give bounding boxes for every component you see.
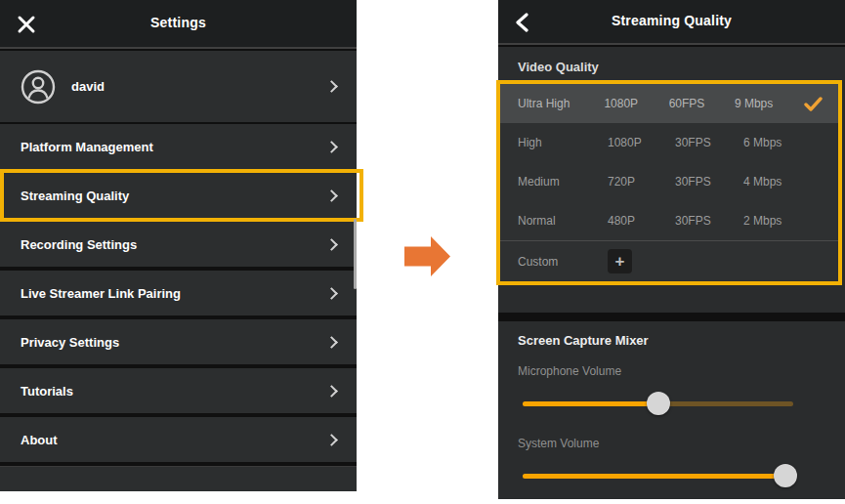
video-quality-table: Ultra High 1080P 60FPS 9 Mbps High 1080P…	[496, 80, 842, 285]
sidebar-item-privacy-settings[interactable]: Privacy Settings	[0, 319, 357, 364]
quality-name: High	[518, 136, 608, 149]
sidebar-item-about[interactable]: About	[0, 417, 357, 462]
list-item-empty	[0, 466, 357, 491]
menu-item-label: Tutorials	[21, 384, 73, 399]
chevron-right-icon	[325, 287, 338, 300]
quality-name: Ultra High	[518, 97, 604, 110]
screen-capture-mixer-section: Screen Capture Mixer Microphone Volume S…	[498, 321, 845, 499]
sidebar-item-recording-settings[interactable]: Recording Settings	[0, 222, 357, 267]
sidebar-item-tutorials[interactable]: Tutorials	[0, 368, 357, 413]
mixer-title: Screen Capture Mixer	[518, 333, 649, 348]
system-volume-slider-thumb[interactable]	[774, 464, 797, 487]
chevron-right-icon	[325, 238, 338, 251]
microphone-volume-slider-thumb[interactable]	[647, 392, 670, 415]
sidebar-item-platform-management[interactable]: Platform Management	[0, 124, 357, 169]
sidebar-item-streaming-quality[interactable]: Streaming Quality	[0, 173, 357, 218]
microphone-volume-slider[interactable]	[523, 401, 793, 406]
menu-item-label: Privacy Settings	[21, 335, 119, 350]
video-quality-label: Video Quality	[518, 60, 599, 74]
quality-row-medium[interactable]: Medium 720P 30FPS 4 Mbps	[500, 162, 838, 201]
quality-bitrate: 9 Mbps	[735, 97, 804, 110]
settings-header: Settings	[0, 0, 357, 49]
quality-fps: 30FPS	[675, 214, 743, 228]
streaming-quality-title: Streaming Quality	[498, 0, 845, 41]
quality-row-normal[interactable]: Normal 480P 30FPS 2 Mbps	[500, 201, 838, 240]
streaming-quality-header: Streaming Quality	[498, 0, 845, 45]
chevron-right-icon	[325, 336, 338, 349]
menu-item-label: Recording Settings	[21, 237, 137, 252]
profile-name: david	[71, 79, 105, 94]
settings-panel: Settings david Platform Management Strea…	[0, 0, 357, 491]
quality-resolution: 480P	[608, 214, 675, 228]
sidebar-item-live-streamer-link-pairing[interactable]: Live Streamer Link Pairing	[0, 271, 357, 315]
menu-item-label: Live Streamer Link Pairing	[21, 286, 181, 301]
quality-row-custom[interactable]: Custom +	[500, 240, 838, 281]
add-custom-quality-button[interactable]: +	[608, 249, 632, 273]
menu-item-label: Platform Management	[21, 140, 153, 154]
quality-name: Normal	[518, 214, 608, 228]
slider-fill	[523, 474, 785, 479]
chevron-right-icon	[325, 141, 338, 153]
streaming-quality-panel: Streaming Quality Video Quality Ultra Hi…	[498, 0, 845, 499]
quality-row-ultra-high[interactable]: Ultra High 1080P 60FPS 9 Mbps	[500, 84, 838, 123]
chevron-right-icon	[325, 189, 338, 202]
arrow-right-icon	[404, 236, 450, 276]
quality-fps: 30FPS	[675, 136, 743, 149]
slider-fill	[523, 401, 658, 406]
menu-item-label: About	[21, 433, 58, 447]
quality-name: Medium	[518, 175, 608, 189]
quality-bitrate: 2 Mbps	[743, 214, 816, 228]
microphone-volume-label: Microphone Volume	[518, 364, 621, 378]
user-avatar-icon	[21, 69, 56, 105]
quality-bitrate: 4 Mbps	[743, 175, 816, 189]
video-quality-section: Video Quality Ultra High 1080P 60FPS 9 M…	[498, 47, 845, 313]
menu-item-label: Streaming Quality	[21, 189, 129, 203]
system-volume-label: System Volume	[518, 437, 599, 450]
settings-title: Settings	[0, 0, 357, 45]
system-volume-slider[interactable]	[523, 474, 793, 479]
quality-name: Custom	[518, 255, 608, 269]
quality-resolution: 720P	[608, 175, 675, 189]
quality-bitrate: 6 Mbps	[743, 136, 816, 149]
chevron-right-icon	[325, 80, 338, 93]
quality-row-high[interactable]: High 1080P 30FPS 6 Mbps	[500, 123, 838, 162]
screenshot-stage: Settings david Platform Management Strea…	[0, 0, 845, 504]
scrollbar-thumb[interactable]	[354, 219, 357, 289]
check-cell	[804, 97, 838, 111]
quality-resolution: 1080P	[608, 136, 675, 149]
profile-row[interactable]: david	[0, 51, 357, 122]
plus-icon: +	[615, 253, 625, 270]
chevron-right-icon	[325, 434, 338, 446]
quality-resolution: 1080P	[604, 97, 668, 110]
check-icon	[804, 97, 823, 111]
quality-fps: 60FPS	[669, 97, 735, 110]
chevron-right-icon	[325, 385, 338, 398]
quality-fps: 30FPS	[675, 175, 743, 189]
